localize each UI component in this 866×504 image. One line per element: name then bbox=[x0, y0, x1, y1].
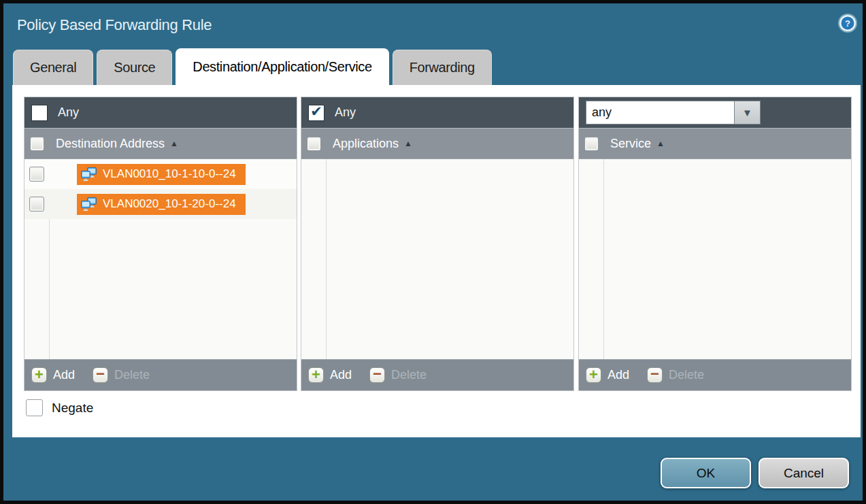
address-object-label: VLAN0020_10-1-20-0--24 bbox=[103, 197, 236, 211]
service-panel: ▼ Service ▲ + Add − Delete bbox=[578, 97, 852, 391]
service-dropdown[interactable]: ▼ bbox=[586, 101, 761, 124]
delete-minus-icon: − bbox=[96, 368, 105, 380]
add-button[interactable]: + Add bbox=[586, 367, 629, 383]
negate-label: Negate bbox=[52, 401, 93, 416]
tab-forwarding[interactable]: Forwarding bbox=[393, 50, 492, 85]
applications-select-all-checkbox[interactable] bbox=[307, 137, 321, 151]
applications-column-header-label: Applications bbox=[333, 137, 399, 151]
tab-destination-application-service[interactable]: Destination/Application/Service bbox=[176, 48, 388, 85]
service-column-header[interactable]: Service ▲ bbox=[579, 128, 851, 159]
negate-option: Negate bbox=[26, 399, 93, 416]
checkmark-icon: ✔ bbox=[310, 103, 322, 120]
destination-any-label: Any bbox=[58, 105, 79, 120]
row-checkbox[interactable] bbox=[29, 167, 44, 182]
applications-column-header[interactable]: Applications ▲ bbox=[301, 128, 573, 159]
add-button-label: Add bbox=[53, 368, 75, 382]
service-column-header-label: Service bbox=[610, 137, 651, 151]
delete-minus-icon: − bbox=[373, 368, 382, 380]
add-button[interactable]: + Add bbox=[308, 367, 352, 383]
tab-page-content: ✔ Any Destination Address ▲ bbox=[12, 85, 861, 437]
tab-bar: General Source Destination/Application/S… bbox=[13, 50, 492, 85]
applications-panel: ✔ Any Applications ▲ + Add − Delete bbox=[301, 97, 574, 391]
svg-text:?: ? bbox=[845, 18, 850, 29]
destination-address-list: VLAN0010_10-1-10-0--24 bbox=[24, 159, 297, 359]
sort-asc-icon: ▲ bbox=[404, 139, 412, 148]
sort-asc-icon: ▲ bbox=[170, 139, 178, 148]
destination-address-panel: ✔ Any Destination Address ▲ bbox=[24, 97, 297, 391]
destination-toolbar: + Add − Delete bbox=[24, 359, 297, 390]
delete-button[interactable]: − Delete bbox=[647, 367, 704, 383]
delete-minus-icon: − bbox=[650, 368, 659, 380]
service-toolbar: + Add − Delete bbox=[579, 359, 851, 390]
add-button-label: Add bbox=[330, 368, 352, 382]
dialog-title: Policy Based Forwarding Rule bbox=[17, 16, 212, 34]
applications-any-label: Any bbox=[335, 105, 356, 120]
applications-any-bar: ✔ Any bbox=[301, 97, 573, 128]
delete-button-label: Delete bbox=[669, 368, 704, 382]
network-address-icon bbox=[81, 167, 97, 182]
add-button-label: Add bbox=[607, 368, 629, 382]
tab-general[interactable]: General bbox=[13, 50, 93, 85]
delete-button-label: Delete bbox=[114, 368, 150, 382]
destination-column-header[interactable]: Destination Address ▲ bbox=[24, 128, 297, 159]
service-any-bar: ▼ bbox=[579, 97, 851, 128]
delete-button[interactable]: − Delete bbox=[369, 367, 427, 383]
applications-toolbar: + Add − Delete bbox=[301, 359, 573, 390]
ok-button[interactable]: OK bbox=[661, 458, 751, 488]
checkbox-column-divider bbox=[603, 159, 604, 359]
cancel-button[interactable]: Cancel bbox=[759, 458, 849, 488]
destination-any-checkbox[interactable]: ✔ bbox=[31, 105, 48, 121]
add-button[interactable]: + Add bbox=[31, 367, 75, 383]
delete-button[interactable]: − Delete bbox=[93, 367, 150, 383]
row-checkbox[interactable] bbox=[29, 197, 44, 212]
help-icon[interactable]: ? bbox=[837, 13, 858, 33]
destination-any-bar: ✔ Any bbox=[24, 97, 297, 128]
negate-checkbox[interactable] bbox=[26, 399, 43, 416]
address-object-chip[interactable]: VLAN0010_10-1-10-0--24 bbox=[77, 164, 246, 185]
checkbox-column-divider bbox=[326, 159, 327, 359]
chevron-down-icon: ▼ bbox=[742, 107, 752, 118]
delete-button-label: Delete bbox=[391, 368, 427, 382]
sort-asc-icon: ▲ bbox=[656, 139, 665, 148]
address-object-chip[interactable]: VLAN0020_10-1-20-0--24 bbox=[77, 194, 246, 215]
table-row[interactable]: VLAN0010_10-1-10-0--24 bbox=[24, 159, 297, 189]
table-row[interactable]: VLAN0020_10-1-20-0--24 bbox=[24, 189, 297, 219]
add-plus-icon: + bbox=[35, 368, 44, 382]
service-list bbox=[579, 159, 851, 359]
policy-based-forwarding-dialog: Policy Based Forwarding Rule ? General S… bbox=[0, 0, 866, 504]
service-dropdown-button[interactable]: ▼ bbox=[735, 101, 761, 124]
destination-column-header-label: Destination Address bbox=[56, 137, 165, 151]
service-dropdown-input[interactable] bbox=[586, 101, 735, 124]
destination-select-all-checkbox[interactable] bbox=[30, 137, 44, 151]
add-plus-icon: + bbox=[312, 368, 320, 382]
applications-any-checkbox[interactable]: ✔ bbox=[308, 105, 324, 121]
service-select-all-checkbox[interactable] bbox=[584, 137, 599, 151]
address-object-label: VLAN0010_10-1-10-0--24 bbox=[103, 167, 236, 181]
tab-source[interactable]: Source bbox=[97, 50, 172, 85]
applications-list bbox=[301, 159, 573, 359]
add-plus-icon: + bbox=[589, 368, 598, 382]
network-address-icon bbox=[81, 197, 97, 212]
